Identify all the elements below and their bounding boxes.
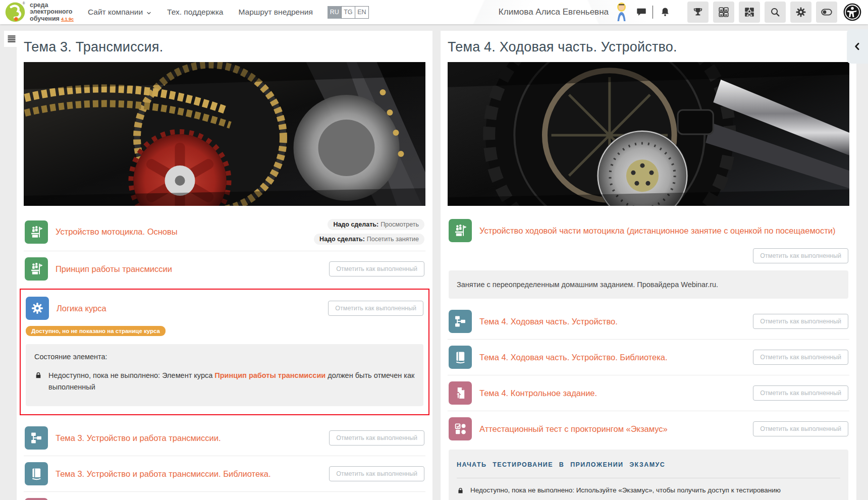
svg-text:®: ® [23,2,25,5]
bell-icon [660,7,671,18]
lock-icon [34,371,42,379]
chevron-left-icon [852,41,862,51]
activity-link[interactable]: Устройство ходовой части мотоцикла (дист… [479,225,835,236]
brand-logo[interactable]: ® среда электронного обучения4.1.9c [4,1,74,23]
block-drawer-toggle[interactable] [847,29,868,64]
version-label: 4.1.9c [61,17,74,22]
activity-row: Логика курса Отметить как выполненный [25,291,424,326]
blocks-button[interactable] [713,2,734,23]
topic-3-image [24,62,425,206]
section-title: Тема 4. Ходовая часть. Устройство. [441,31,856,61]
mark-done-button[interactable]: Отметить как выполненный [328,301,423,316]
restriction-text: Недоступно, пока не выполнено: Используй… [470,486,781,494]
restriction-row: Недоступно, пока не выполнено: Используй… [457,486,840,494]
seminar-activity-icon [25,220,48,244]
activity-link[interactable]: Устройство мотоцикла. Основы [56,226,178,237]
todo-badges: Надо сделать:Просмотреть Надо сделать:По… [314,219,424,245]
chevron-down-icon [146,10,152,16]
accessibility-button[interactable] [842,2,863,23]
mark-done-button[interactable]: Отметить как выполненный [329,430,424,446]
mark-done-button[interactable]: Отметить как выполненный [753,314,848,329]
assignment-activity-icon [449,381,472,405]
theme-toggle-button[interactable] [816,2,837,23]
accessibility-icon [842,2,862,22]
activity-block: Устройство ходовой части мотоцикла (дист… [448,213,849,299]
assignment-activity-icon [25,498,48,500]
mark-done-button[interactable]: Отметить как выполненный [753,350,848,365]
availability-info: Состояние элемента: Недоступно, пока не … [26,344,423,406]
activity-link[interactable]: Тема 3. Устройство и работа трансмиссии.… [56,468,270,479]
activity-row: Устройство ходовой части мотоцикла (дист… [448,213,849,248]
start-exam-link[interactable]: НАЧАТЬ ТЕСТИРОВАНИЕ В ПРИЛОЖЕНИИ ЭКЗАМУС [457,461,665,468]
notifications-button[interactable] [658,5,672,19]
activity-row: Тема 3. Устройство и работа трансмиссии.… [24,420,425,456]
restriction-row: Недоступно, пока не выполнено: Элемент к… [34,370,415,393]
course-logic-gear-icon [26,297,49,320]
topic-4-image [448,62,849,206]
restriction-text: Недоступно, пока не выполнено: Элемент к… [48,370,415,393]
activity-link[interactable]: Тема 4. Ходовая часть. Устройство. Библи… [479,352,668,363]
lesson-activity-icon [449,310,472,333]
activity-link[interactable]: Аттестационный тест с прокторингом «Экза… [479,423,668,434]
activity-list: Устройство мотоцикла. Основы Надо сделат… [24,213,425,500]
gear-icon [795,6,807,18]
header-divider [653,6,653,19]
search-button[interactable] [765,2,786,23]
nav-tech-support[interactable]: Тех. поддержка [167,8,223,17]
mark-done-button[interactable]: Отметить как выполненный [329,466,424,481]
section-topic-3: Тема 3. Трансмиссия. [17,31,432,500]
activity-link[interactable]: Принцип работы трансмиссии [56,263,172,274]
highlighted-activity-group: Логика курса Отметить как выполненный До… [20,289,429,415]
nav-company-site[interactable]: Сайт компании [88,8,152,17]
lesson-activity-icon [25,426,48,450]
mark-done-button[interactable]: Отметить как выполненный [329,261,424,276]
stealth-badge: Доступно, но не показано на странице кур… [26,326,166,336]
section-topic-4: Тема 4. Ходовая часть. Устройство. [441,31,856,500]
activity-list: Устройство ходовой части мотоцикла (дист… [448,213,849,500]
course-content: Тема 3. Трансмиссия. [0,24,868,500]
user-name[interactable]: Климова Алиса Евгеньевна [499,7,609,17]
toggle-icon [821,6,833,18]
main-nav: Сайт компании Тех. поддержка Маршрут вне… [88,8,328,17]
mark-done-button[interactable]: Отметить как выполненный [753,248,848,263]
search-icon [769,6,781,18]
nav-implementation-route[interactable]: Маршрут внедрения [238,8,312,17]
todo-badge: Надо сделать:Посетить занятие [314,234,424,245]
settings-button[interactable] [790,2,811,23]
activity-link[interactable]: Логика курса [57,303,106,314]
activity-row: Тема 4. Ходовая часть. Устройство. Отмет… [448,304,849,339]
achievements-button[interactable] [687,2,709,23]
mark-done-button[interactable]: Отметить как выполненный [753,421,848,436]
book-activity-icon [449,346,472,369]
blocks-user-button[interactable] [739,2,760,23]
lock-icon [457,487,464,494]
activity-block: Аттестационный тест с прокторингом «Экза… [448,411,849,500]
lang-en-button[interactable]: EN [355,6,369,19]
messages-button[interactable] [634,5,648,19]
activity-row: Тема 3. Устройство и работа трансмиссии.… [24,456,425,491]
activity-link[interactable]: Тема 4. Ходовая часть. Устройство. [479,316,618,327]
section-title: Тема 3. Трансмиссия. [17,31,432,61]
activity-link[interactable]: Тема 4. Контрольное задание. [479,387,597,399]
lang-tg-button[interactable]: TG [341,6,355,19]
button-row: Отметить как выполненный [448,248,849,269]
language-switcher: RU TG EN [328,6,369,19]
book-activity-icon [25,462,48,485]
activity-row: Тема 4. Контрольное задание. Отметить ка… [448,375,849,411]
activity-row: Тема 3. Контрольное задание. Отметить ка… [24,491,425,500]
brand-text: среда электронного обучения4.1.9c [30,2,74,23]
todo-badge: Надо сделать:Просмотреть [328,219,424,230]
header-actions [687,2,863,23]
lang-ru-button[interactable]: RU [328,6,342,19]
brand-logo-icon: ® [4,1,26,23]
blocks-user-icon [743,6,755,18]
avatar[interactable] [615,2,628,22]
seminar-activity-icon [449,219,472,242]
activity-link[interactable]: Тема 3. Устройство и работа трансмиссии. [56,432,221,443]
mark-done-button[interactable]: Отметить как выполненный [753,385,848,401]
activity-row: Устройство мотоцикла. Основы Надо сделат… [24,213,425,251]
list-icon [7,34,17,44]
exam-divider [457,478,840,478]
activity-description: Занятие с переопределенным домашним зада… [449,270,848,299]
course-index-toggle[interactable] [4,31,19,47]
